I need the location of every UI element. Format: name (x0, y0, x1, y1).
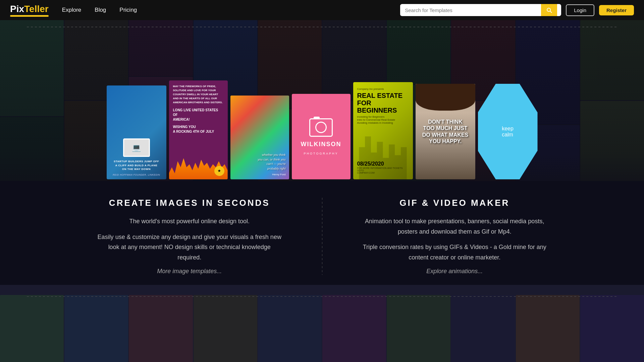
search-input[interactable] (400, 5, 541, 16)
logo-teller: Teller (24, 4, 49, 14)
card-startup-source: reid hoffman founder, linkedin (113, 174, 160, 176)
re-date: 08/25/2020 (357, 161, 409, 167)
search-button[interactable] (541, 4, 557, 16)
feature-gif-desc2: Triple conversion rates by using GIFs & … (363, 242, 547, 262)
features-row: CREATE IMAGES IN SECONDS The world's mos… (87, 198, 557, 275)
laptop-icon: 💻 (123, 138, 150, 157)
feature-gif-desc1: Animation tool to make presentations, ba… (363, 216, 547, 237)
card-keepcalm[interactable]: keepcalm (478, 84, 538, 179)
nav-pricing[interactable]: Pricing (119, 7, 137, 13)
card-chameleon[interactable]: whether you thinkyou can, or think youca… (230, 96, 289, 179)
card-fireworks[interactable]: MAY THE FIREWORKS OF PRIDE,SOLITUDE AND … (169, 80, 228, 179)
logo[interactable]: Pix Teller (10, 4, 49, 17)
feature-gif-link[interactable]: Explore animations... (426, 268, 483, 275)
card-wilkinson[interactable]: WILKINSON PHOTOGRAPHY (292, 94, 351, 179)
dont-think-text: DON'T THINKTOO MUCH JUSTDO WHAT MAKESYOU… (420, 119, 471, 144)
re-subtitle: Investing for BeginnersIntro to Commerci… (357, 115, 409, 124)
card-fireworks-wish: LONG LIVE UNITED STATES OFAMERICA! (173, 108, 224, 122)
card-fireworks-wishing: WISHING YOUA ROCKING 4TH OF JULY (173, 125, 214, 134)
nav-links: Explore Blog Pricing (62, 7, 137, 13)
bottom-previews (0, 295, 644, 362)
wilkinson-subtitle: PHOTOGRAPHY (304, 152, 338, 155)
feature-images-link[interactable]: More image templates... (157, 268, 222, 275)
re-company: Company Inc presents (357, 87, 409, 90)
navbar: Pix Teller Explore Blog Pricing Login Re… (0, 0, 644, 20)
vertical-divider (322, 198, 322, 275)
nav-blog[interactable]: Blog (95, 7, 106, 13)
wilkinson-name: WILKINSON (301, 141, 341, 148)
logo-underline (10, 15, 49, 17)
re-title: REAL ESTATEFOR BEGINNERS (357, 92, 409, 114)
register-button[interactable]: Register (599, 5, 634, 15)
feature-images-desc2: Easily use & customize any design and gi… (97, 232, 282, 263)
nav-right: Login Register (400, 4, 634, 16)
card-fireworks-badge: ★ (214, 166, 224, 176)
feature-images-desc1: The world's most powerful online design … (97, 216, 282, 227)
re-info: FOR MORE INFORMATION AND TICKETS GOTOCOM… (357, 167, 409, 174)
search-bar (400, 4, 561, 16)
card-startup[interactable]: 💻 STARTUP BUILDERS JUMP OFFA CLIFF AND B… (107, 85, 166, 179)
nav-explore[interactable]: Explore (62, 7, 82, 13)
card-chameleon-quote: whether you thinkyou can, or think youca… (258, 153, 285, 176)
logo-pix: Pix (10, 4, 24, 14)
top-divider (27, 27, 617, 27)
card-startup-text: STARTUP BUILDERS JUMP OFFA CLIFF AND BUI… (114, 160, 159, 171)
keepcalm-text: keepcalm (502, 126, 514, 138)
feature-images-title: CREATE IMAGES IN SECONDS (97, 198, 282, 208)
login-button[interactable]: Login (566, 4, 594, 16)
main-content: 💻 STARTUP BUILDERS JUMP OFFA CLIFF AND B… (0, 20, 644, 362)
feature-gif-title: GIF & VIDEO MAKER (363, 198, 547, 208)
feature-gif: GIF & VIDEO MAKER Animation tool to make… (353, 198, 557, 275)
card-realestate[interactable]: Company Inc presents REAL ESTATEFOR BEGI… (353, 82, 413, 179)
cards-strip: 💻 STARTUP BUILDERS JUMP OFFA CLIFF AND B… (0, 80, 644, 179)
card-fireworks-text: MAY THE FIREWORKS OF PRIDE,SOLITUDE AND … (173, 84, 223, 105)
camera-icon (309, 118, 333, 137)
card-donthink[interactable]: DON'T THINKTOO MUCH JUSTDO WHAT MAKESYOU… (416, 84, 475, 179)
bottom-divider (27, 296, 617, 297)
feature-images: CREATE IMAGES IN SECONDS The world's mos… (87, 198, 292, 275)
lower-section: CREATE IMAGES IN SECONDS The world's mos… (0, 181, 644, 285)
search-icon (546, 7, 552, 13)
